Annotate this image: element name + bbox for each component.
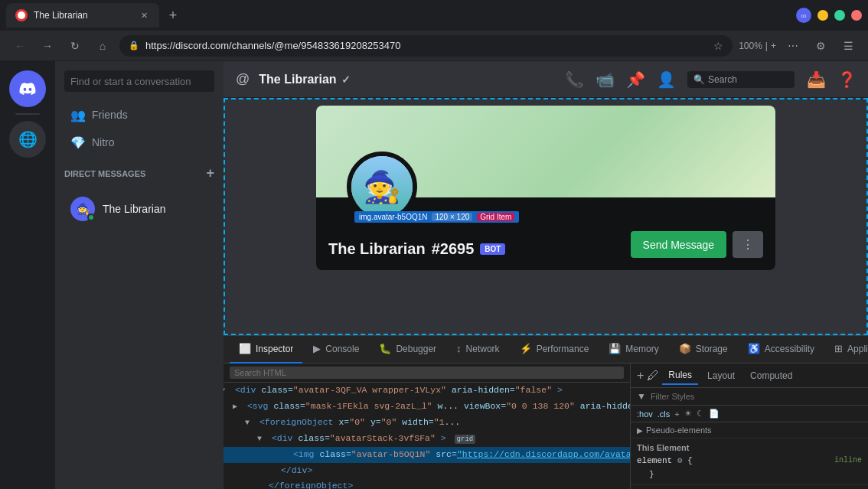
search-bar[interactable]: 🔍 Search: [687, 71, 795, 88]
browser-tab-active[interactable]: The Librarian ✕: [6, 3, 159, 28]
minimize-button[interactable]: [817, 10, 828, 21]
settings-button[interactable]: ⚙: [810, 35, 831, 57]
html-node-div-avatar[interactable]: ▼ <div class="avatar-3QF_VA wrapper-1VLy…: [224, 383, 630, 399]
application-label: Application: [847, 344, 868, 354]
profile-modal: img.avatar-b5OQ1N 120 × 120 Grid Item 🧙 …: [316, 106, 775, 270]
new-tab-button[interactable]: +: [162, 5, 184, 26]
tab-accessibility[interactable]: ♿ Accessibility: [739, 336, 824, 363]
filter-input[interactable]: [651, 392, 862, 401]
dm-item-librarian[interactable]: 🧙 The Librarian: [61, 191, 217, 227]
tab-application[interactable]: ⊞ Application: [825, 336, 868, 363]
tab-layout[interactable]: Layout: [701, 367, 741, 384]
browser-chrome: The Librarian ✕ + ∞ ← → ↻ ⌂ 🔒 https://di…: [0, 0, 868, 61]
toggle-icon[interactable]: ▼: [245, 416, 254, 430]
toggle-icon[interactable]: ▼: [257, 432, 266, 446]
tab-memory[interactable]: 💾 Memory: [599, 336, 667, 363]
send-message-button[interactable]: Send Message: [631, 231, 726, 258]
sidebar-item-friends[interactable]: 👥 Friends: [61, 101, 217, 129]
html-search-input[interactable]: [230, 367, 624, 379]
settings-icon: ⚙: [677, 456, 687, 465]
profile-username: The Librarian: [328, 240, 426, 258]
call-icon[interactable]: 📞: [565, 70, 583, 89]
print-icon[interactable]: 📄: [709, 409, 720, 419]
add-style-icon[interactable]: +: [637, 369, 644, 383]
devtools-panel: ⬜ Inspector ▶ Console 🐛 Debugger ↕ Netwo…: [224, 335, 868, 489]
forward-button[interactable]: →: [37, 35, 58, 57]
devtools-body: ▼ <div class="avatar-3QF_VA wrapper-1VLy…: [224, 363, 868, 489]
header-subtitle-icon: ✓: [341, 73, 351, 86]
grid-badge: grid: [455, 435, 476, 444]
channel-search-area: [55, 61, 224, 101]
tab-debugger[interactable]: 🐛 Debugger: [370, 336, 445, 363]
pseudo-elements-toggle[interactable]: ▶ Pseudo-elements: [637, 425, 862, 435]
html-node-foreignobject[interactable]: ▼ <foreignObject x="0" y="0" width="1...: [224, 415, 630, 431]
css-selector: element: [637, 456, 672, 465]
discord-logo[interactable]: [9, 70, 46, 107]
close-button[interactable]: [851, 10, 862, 21]
html-node-avatarstack[interactable]: ▼ <div class="avatarStack-3vfSFa" > grid: [224, 431, 630, 447]
back-button[interactable]: ←: [9, 35, 31, 57]
add-class-button[interactable]: +: [674, 409, 679, 419]
pseudo-elements-label: Pseudo-elements: [646, 425, 712, 435]
img-src-link[interactable]: "https://cdn.discordapp.com/avatars/9531…: [457, 449, 630, 459]
pseudo-elements-section: ▶ Pseudo-elements: [631, 422, 868, 438]
window-controls: [817, 10, 862, 21]
menu-button[interactable]: ☰: [837, 35, 859, 57]
accessibility-icon: ♿: [748, 343, 760, 354]
extension-icon-colored[interactable]: ∞: [796, 8, 811, 23]
search-input[interactable]: [64, 70, 214, 92]
toggle-icon[interactable]: ▶: [233, 400, 242, 414]
bookmark-icon[interactable]: ☆: [713, 40, 723, 52]
html-node-close-foreignobject[interactable]: </foreignObject>: [224, 478, 630, 489]
tab-close-button[interactable]: ✕: [138, 9, 150, 21]
html-node-svg[interactable]: ▶ <svg class="mask-1FEkla svg-2azL_l" w.…: [224, 399, 630, 415]
tab-console[interactable]: ▶ Console: [304, 336, 368, 363]
html-node-img-selected[interactable]: <img class="avatar-b5OQ1N" src="https://…: [224, 447, 630, 463]
server-icon[interactable]: 🌐: [9, 121, 46, 158]
toggle-icon[interactable]: ▼: [224, 384, 230, 398]
html-tree: ▼ <div class="avatar-3QF_VA wrapper-1VLy…: [224, 383, 630, 489]
tab-rules[interactable]: Rules: [662, 367, 698, 385]
tooltip-tag: Grid Item: [477, 213, 514, 221]
video-icon[interactable]: 📹: [596, 70, 614, 89]
browser-tab-bar: The Librarian ✕ + ∞: [0, 0, 868, 31]
address-bar[interactable]: 🔒 https://discord.com/channels/@me/95483…: [119, 35, 733, 57]
bot-badge: BOT: [480, 243, 505, 255]
tab-storage[interactable]: 📦 Storage: [670, 336, 737, 363]
add-dm-button[interactable]: +: [206, 165, 214, 181]
debugger-icon: 🐛: [379, 343, 391, 354]
pin-icon[interactable]: 📌: [626, 70, 644, 89]
tab-computed[interactable]: Computed: [744, 367, 798, 384]
friends-label: Friends: [92, 109, 128, 121]
reload-button[interactable]: ↻: [64, 35, 86, 57]
pick-element-icon[interactable]: 🖊: [647, 369, 659, 383]
application-icon: ⊞: [834, 343, 843, 354]
discord-header: @ The Librarian ✓ 📞 📹 📌 👤 🔍 Search 📥 ❓: [224, 61, 868, 98]
extensions-button[interactable]: ⋯: [782, 35, 804, 57]
css-rule-element: element ⚙ { inline }: [637, 454, 862, 481]
profile-card-area: img.avatar-b5OQ1N 120 × 120 Grid Item 🧙 …: [224, 98, 868, 335]
dark-mode-icon[interactable]: ☾: [697, 409, 704, 419]
more-options-button[interactable]: ⋮: [733, 231, 763, 258]
pseudo-hov[interactable]: :hov: [637, 409, 653, 419]
this-element-header: This Element: [637, 442, 862, 454]
tab-performance[interactable]: ⚡ Performance: [511, 336, 599, 363]
add-member-icon[interactable]: 👤: [657, 70, 675, 89]
network-label: Network: [466, 344, 500, 354]
home-button[interactable]: ⌂: [92, 35, 113, 57]
devtools-html-panel: ▼ <div class="avatar-3QF_VA wrapper-1VLy…: [224, 363, 631, 489]
tab-network[interactable]: ↕ Network: [447, 336, 509, 363]
maximize-button[interactable]: [834, 10, 845, 21]
channel-sidebar: 👥 Friends 💎 Nitro DIRECT MESSAGES + 🧙 Th…: [55, 61, 224, 489]
html-search-area: [224, 363, 630, 383]
help-icon[interactable]: ❓: [837, 70, 856, 89]
url-text: https://discord.com/channels/@me/9548336…: [145, 40, 707, 51]
storage-icon: 📦: [679, 343, 691, 354]
tab-inspector[interactable]: ⬜ Inspector: [230, 336, 302, 363]
friends-icon: 👥: [70, 107, 86, 122]
sidebar-item-nitro[interactable]: 💎 Nitro: [61, 129, 217, 156]
inbox-icon[interactable]: 📥: [807, 70, 825, 89]
pseudo-cls[interactable]: .cls: [658, 409, 671, 419]
light-mode-icon[interactable]: ☀: [684, 409, 692, 419]
html-node-close-div[interactable]: </div>: [224, 463, 630, 478]
